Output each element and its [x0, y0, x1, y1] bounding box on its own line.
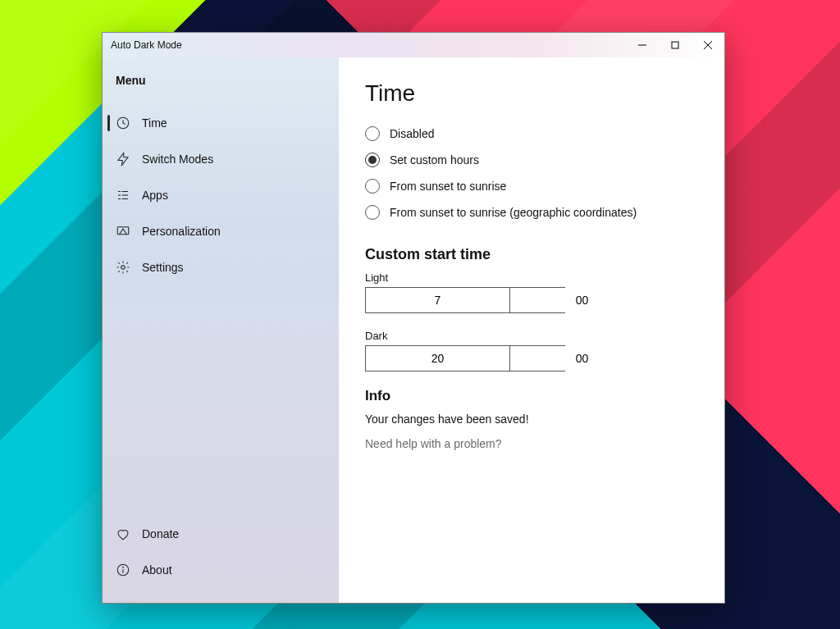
sidebar-item-about[interactable]: About: [103, 552, 339, 588]
sidebar-item-label: Settings: [142, 261, 184, 274]
minimize-icon: [638, 41, 646, 49]
radio-icon: [365, 126, 380, 141]
heart-icon: [116, 526, 130, 541]
sidebar-item-label: Time: [142, 116, 167, 130]
info-message: Your changes have been saved!: [365, 412, 698, 426]
close-icon: [704, 41, 712, 49]
radio-sunset-sunrise-geo[interactable]: From sunset to sunrise (geographic coord…: [365, 205, 698, 220]
sidebar-item-switch-modes[interactable]: Switch Modes: [103, 141, 339, 177]
mode-radio-group: Disabled Set custom hours From sunset to…: [365, 126, 698, 220]
sidebar-item-time[interactable]: Time: [103, 105, 339, 141]
radio-label: Disabled: [390, 127, 434, 140]
maximize-icon: [671, 41, 679, 49]
lightning-icon: [116, 152, 130, 166]
info-icon: [116, 563, 130, 577]
radio-sunset-sunrise[interactable]: From sunset to sunrise: [365, 179, 698, 194]
sidebar-item-apps[interactable]: Apps: [103, 177, 339, 213]
dark-minute-input[interactable]: [510, 346, 654, 371]
radio-icon: [365, 205, 380, 220]
page-title: Time: [365, 80, 698, 107]
sidebar-heading: Menu: [103, 74, 339, 105]
sidebar-item-label: Apps: [142, 189, 168, 202]
minimize-button[interactable]: [626, 33, 659, 57]
light-minute-input[interactable]: [510, 288, 654, 312]
light-time-input: [365, 287, 565, 313]
sidebar-item-label: Donate: [142, 527, 179, 540]
window-controls: [626, 33, 724, 57]
window-title: Auto Dark Mode: [111, 39, 182, 51]
svg-rect-1: [672, 42, 678, 48]
radio-label: From sunset to sunrise (geographic coord…: [390, 206, 637, 219]
sidebar-item-label: Switch Modes: [142, 153, 213, 166]
sidebar-item-donate[interactable]: Donate: [103, 516, 339, 552]
radio-disabled[interactable]: Disabled: [365, 126, 698, 141]
titlebar[interactable]: Auto Dark Mode: [103, 33, 724, 57]
sidebar-item-personalization[interactable]: Personalization: [103, 213, 339, 249]
radio-label: Set custom hours: [390, 153, 479, 166]
svg-marker-5: [118, 153, 128, 166]
light-label: Light: [365, 271, 698, 284]
sidebar-item-label: Personalization: [142, 225, 221, 238]
dark-label: Dark: [365, 330, 698, 342]
light-hour-input[interactable]: [366, 288, 510, 312]
radio-custom-hours[interactable]: Set custom hours: [365, 153, 698, 167]
gear-icon: [116, 260, 130, 275]
help-link[interactable]: Need help with a problem?: [365, 437, 698, 450]
radio-icon: [365, 179, 380, 194]
clock-icon: [116, 116, 130, 130]
apps-icon: [116, 188, 130, 203]
info-heading: Info: [365, 388, 698, 404]
palette-icon: [116, 224, 130, 239]
dark-hour-input[interactable]: [366, 346, 510, 371]
app-window: Auto Dark Mode Menu Time S: [102, 32, 725, 604]
sidebar-nav: Time Switch Modes Apps Personalization S…: [103, 105, 339, 285]
sidebar-item-settings[interactable]: Settings: [103, 249, 339, 285]
sidebar-footer: Donate About: [103, 516, 339, 588]
radio-label: From sunset to sunrise: [390, 180, 506, 193]
svg-point-13: [121, 266, 126, 270]
custom-time-heading: Custom start time: [365, 246, 698, 263]
dark-time-input: [365, 345, 565, 371]
sidebar: Menu Time Switch Modes Apps Personalizat…: [103, 57, 339, 603]
sidebar-item-label: About: [142, 563, 172, 577]
close-button[interactable]: [692, 33, 724, 57]
maximize-button[interactable]: [659, 33, 692, 57]
main-panel: Time Disabled Set custom hours From suns…: [339, 57, 724, 603]
radio-icon: [365, 153, 380, 167]
svg-point-16: [123, 567, 124, 567]
